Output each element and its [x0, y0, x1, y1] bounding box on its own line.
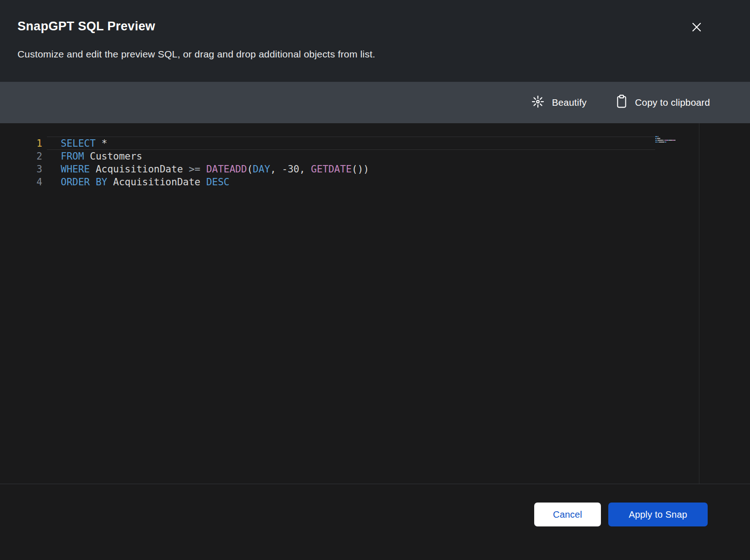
close-button[interactable] [689, 20, 704, 35]
apply-to-snap-button[interactable]: Apply to Snap [608, 503, 708, 526]
dialog-header: SnapGPT SQL Preview Customize and edit t… [0, 0, 750, 82]
code-line[interactable]: 4ORDER BY AcquisitionDate DESC [0, 176, 750, 189]
line-number: 4 [0, 176, 42, 189]
code-line[interactable]: 2FROM Customers [0, 150, 750, 163]
copy-to-clipboard-button[interactable]: Copy to clipboard [615, 94, 710, 111]
beautify-label: Beautify [552, 97, 587, 108]
code-text: SELECT * [61, 137, 107, 150]
sql-preview-dialog: SnapGPT SQL Preview Customize and edit t… [0, 0, 750, 560]
dialog-title: SnapGPT SQL Preview [17, 19, 733, 34]
code-line[interactable]: 3WHERE AcquisitionDate >= DATEADD(DAY, -… [0, 163, 750, 176]
cancel-button[interactable]: Cancel [534, 503, 601, 526]
minimap[interactable] [655, 136, 680, 143]
code-text: FROM Customers [61, 150, 142, 163]
current-line-highlight [47, 137, 655, 150]
editor-scrollbar-divider [699, 123, 699, 484]
code-lines[interactable]: 1SELECT *2FROM Customers3WHERE Acquisiti… [0, 137, 750, 189]
code-text: ORDER BY AcquisitionDate DESC [61, 176, 230, 189]
line-number: 2 [0, 150, 42, 163]
sql-code-editor[interactable]: 1SELECT *2FROM Customers3WHERE Acquisiti… [0, 123, 750, 484]
code-text: WHERE AcquisitionDate >= DATEADD(DAY, -3… [61, 163, 369, 176]
code-line[interactable]: 1SELECT * [0, 137, 750, 150]
copy-label: Copy to clipboard [635, 97, 710, 108]
close-icon [690, 21, 703, 35]
sparkle-icon [531, 95, 545, 111]
editor-toolbar: Beautify Copy to clipboard [0, 82, 750, 123]
line-number: 3 [0, 163, 42, 176]
line-number: 1 [0, 137, 42, 150]
clipboard-icon [615, 94, 628, 111]
dialog-subtitle: Customize and edit the preview SQL, or d… [17, 49, 733, 60]
beautify-button[interactable]: Beautify [531, 95, 587, 111]
dialog-footer: Cancel Apply to Snap [0, 484, 750, 560]
